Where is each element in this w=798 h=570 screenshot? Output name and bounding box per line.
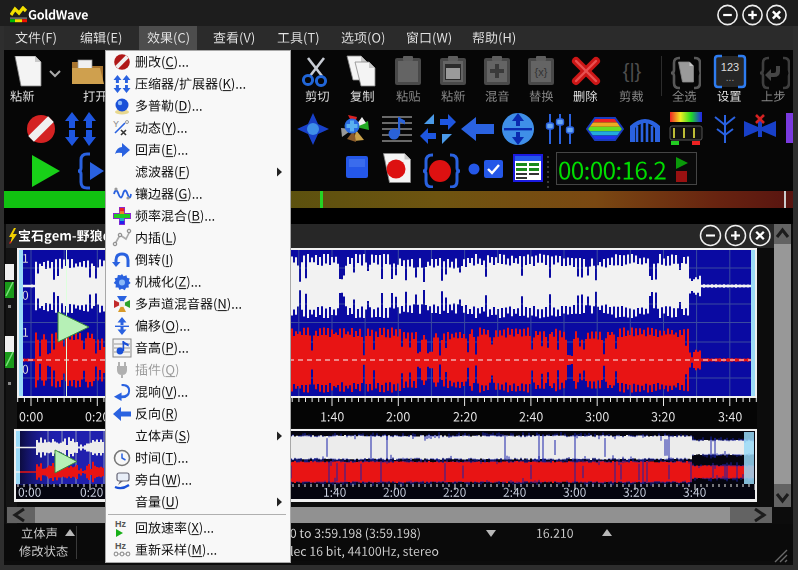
svg-text:{x}: {x} [535,66,548,78]
svg-text:Hz: Hz [115,519,126,529]
svg-text:Y: Y [113,119,119,129]
svg-text:...: ... [726,72,734,83]
svg-text:Hz: Hz [115,541,126,551]
svg-text:{|}: {|} [623,60,642,82]
